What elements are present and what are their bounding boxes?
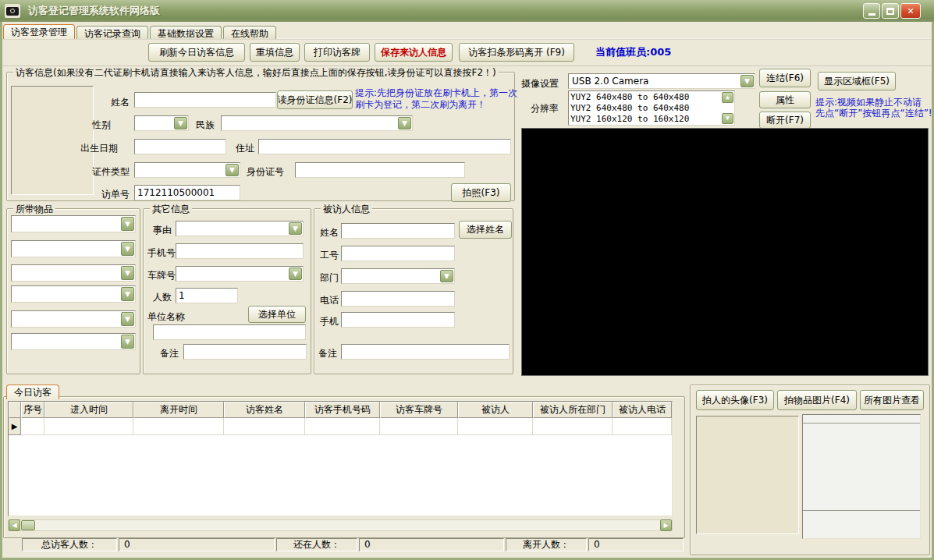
col-visited-person[interactable]: 被访人 (458, 402, 533, 418)
plate-select[interactable]: ▼ (176, 266, 304, 282)
department-select[interactable]: ▼ (341, 268, 455, 284)
visited-remark-input[interactable] (341, 344, 510, 360)
other-remark-label: 备注 (160, 347, 179, 360)
item-select-2[interactable]: ▼ (11, 240, 136, 257)
reason-select[interactable]: ▼ (176, 221, 304, 236)
id-type-select[interactable]: ▼ (134, 162, 240, 178)
video-hint-line1: 提示:视频如果静止不动请 (815, 97, 922, 108)
take-photo-button[interactable]: 拍照(F3) (451, 183, 511, 202)
col-serial[interactable]: 序号 (21, 402, 44, 418)
resolution-item[interactable]: YUY2 640x480 to 640x480 (570, 103, 733, 114)
visited-phone-input[interactable] (341, 291, 455, 307)
camera-device-select[interactable]: USB 2.0 Camera ▼ (568, 73, 755, 89)
capture-head-button[interactable]: 拍人的头像(F3) (696, 390, 774, 410)
chevron-down-icon[interactable]: ▼ (121, 335, 134, 349)
head-photo-panel (696, 416, 799, 534)
resolution-listbox[interactable]: YUY2 640x480 to 640x480 YUY2 640x480 to … (568, 90, 735, 126)
visited-name-input[interactable] (341, 223, 455, 239)
properties-button[interactable]: 属性 (759, 91, 811, 108)
chevron-down-icon[interactable]: ▼ (121, 217, 134, 231)
table-header-row: 序号 进入时间 离开时间 访客姓名 访客手机号码 访客车牌号 被访人 被访人所在… (9, 402, 672, 418)
work-no-label: 工号 (320, 249, 339, 262)
camera-settings-label: 摄像设置 (521, 77, 559, 90)
scroll-up-icon[interactable]: ▲ (722, 92, 733, 103)
today-visitors-table[interactable]: 序号 进入时间 离开时间 访客姓名 访客手机号码 访客车牌号 被访人 被访人所在… (8, 401, 673, 516)
table-horizontal-scrollbar[interactable]: ◀ ▶ (8, 519, 673, 531)
company-label: 单位名称 (147, 310, 185, 324)
resolution-item[interactable]: YUY2 640x480 to 640x480 (570, 92, 733, 103)
scan-barcode-leave-button[interactable]: 访客扫条形码离开 (F9) (459, 43, 574, 62)
connect-button[interactable]: 连结(F6) (759, 69, 811, 87)
scrollbar-thumb[interactable] (21, 520, 35, 530)
visitor-info-group-title: 访客信息(如果没有二代证刷卡机请直接输入来访客人信息，输好后直接点上面的保存按钮… (13, 66, 499, 80)
camera-icon (6, 7, 19, 16)
show-area-button[interactable]: 显示区域框(F5) (818, 72, 896, 90)
chevron-down-icon[interactable]: ▼ (289, 268, 302, 280)
read-id-card-button[interactable]: 读身份证信息(F2) (277, 90, 353, 109)
listbox-scrollbar[interactable]: ▲ ▼ (722, 92, 733, 124)
chevron-down-icon[interactable]: ▼ (398, 117, 411, 129)
print-badge-button[interactable]: 打印访客牌 (304, 43, 370, 62)
camera-video-preview (521, 128, 929, 376)
item-select-1[interactable]: ▼ (11, 215, 136, 232)
visit-no-input[interactable] (134, 185, 240, 200)
tab-online-help[interactable]: 在线帮助 (223, 26, 276, 39)
address-input[interactable] (258, 139, 511, 154)
tab-record-query[interactable]: 访客记录查询 (76, 26, 148, 39)
resolution-item[interactable]: YUY2 160x120 to 160x120 (570, 114, 733, 125)
reason-label: 事由 (153, 224, 172, 237)
birth-date-input[interactable] (134, 139, 226, 154)
chevron-down-icon[interactable]: ▼ (440, 270, 453, 282)
work-no-input[interactable] (341, 246, 455, 261)
col-visitor-name[interactable]: 访客姓名 (224, 402, 305, 418)
list-header-line (803, 423, 920, 424)
capture-item-button[interactable]: 拍物品图片(F4) (777, 390, 857, 410)
view-all-photos-button[interactable]: 所有图片查看 (860, 390, 924, 410)
refill-info-button[interactable]: 重填信息 (250, 43, 300, 62)
minimize-button[interactable] (863, 3, 880, 19)
window-title: 访客登记管理系统软件网络版 (28, 4, 160, 18)
company-input[interactable] (153, 324, 306, 340)
visited-mobile-input[interactable] (341, 312, 455, 328)
col-visitor-mobile[interactable]: 访客手机号码 (305, 402, 380, 418)
total-visitors-value: 0 (119, 538, 275, 551)
item-select-5[interactable]: ▼ (11, 310, 136, 328)
scroll-right-icon[interactable]: ▶ (660, 519, 672, 531)
chevron-down-icon[interactable]: ▼ (740, 75, 754, 87)
chevron-down-icon[interactable]: ▼ (121, 266, 134, 280)
disconnect-button[interactable]: 断开(F7) (759, 112, 811, 129)
chevron-down-icon[interactable]: ▼ (121, 242, 134, 256)
select-name-button[interactable]: 选择姓名 (459, 221, 512, 239)
chevron-down-icon[interactable]: ▼ (289, 222, 302, 235)
maximize-button[interactable] (882, 3, 899, 19)
other-remark-input[interactable] (183, 344, 307, 360)
col-enter-time[interactable]: 进入时间 (44, 402, 133, 418)
scroll-left-icon[interactable]: ◀ (9, 519, 20, 531)
item-select-4[interactable]: ▼ (11, 285, 136, 303)
chevron-down-icon[interactable]: ▼ (174, 117, 187, 129)
col-visitor-plate[interactable]: 访客车牌号 (380, 402, 458, 418)
table-row[interactable]: ▶ (9, 418, 672, 435)
scroll-down-icon[interactable]: ▼ (722, 113, 733, 124)
name-input[interactable] (134, 92, 276, 108)
people-count-input[interactable] (176, 288, 238, 303)
chevron-down-icon[interactable]: ▼ (121, 287, 134, 301)
today-visitors-tab[interactable]: 今日访客 (6, 385, 59, 399)
select-company-button[interactable]: 选择单位 (248, 306, 306, 323)
id-number-input[interactable] (295, 162, 465, 178)
chevron-down-icon[interactable]: ▼ (121, 312, 134, 326)
col-visited-dept[interactable]: 被访人所在部门 (533, 402, 613, 418)
tab-base-data[interactable]: 基础数据设置 (150, 26, 222, 39)
chevron-down-icon[interactable]: ▼ (226, 164, 239, 176)
col-leave-time[interactable]: 离开时间 (133, 402, 224, 418)
save-visitor-button[interactable]: 保存来访人信息 (375, 43, 453, 62)
item-select-6[interactable]: ▼ (11, 333, 136, 350)
refresh-today-button[interactable]: 刷新今日访客信息 (148, 43, 245, 62)
tab-visitor-register[interactable]: 访客登录管理 (3, 24, 75, 39)
nation-select[interactable]: ▼ (221, 115, 413, 131)
col-visited-phone[interactable]: 被访人电话 (613, 402, 672, 418)
item-select-3[interactable]: ▼ (11, 264, 136, 282)
gender-select[interactable]: ▼ (134, 115, 189, 131)
close-button[interactable]: ✕ (900, 3, 921, 19)
visitor-mobile-input[interactable] (176, 243, 304, 259)
